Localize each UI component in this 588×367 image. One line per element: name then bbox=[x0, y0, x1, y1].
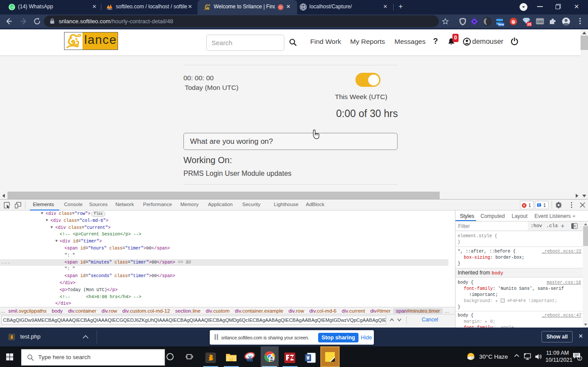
svg-text:2: 2 bbox=[579, 356, 581, 360]
svg-text:MW: MW bbox=[108, 8, 111, 10]
svg-text:14: 14 bbox=[10, 5, 14, 9]
